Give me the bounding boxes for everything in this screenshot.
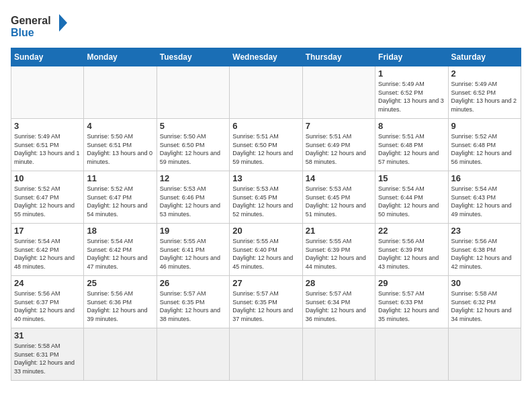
day-number: 18: [87, 226, 153, 236]
day-number: 29: [378, 278, 445, 288]
calendar-cell: 27Sunrise: 5:57 AM Sunset: 6:35 PM Dayli…: [230, 276, 302, 328]
calendar-cell: 20Sunrise: 5:55 AM Sunset: 6:40 PM Dayli…: [230, 224, 302, 276]
day-info: Sunrise: 5:52 AM Sunset: 6:47 PM Dayligh…: [14, 185, 81, 218]
day-info: Sunrise: 5:57 AM Sunset: 6:33 PM Dayligh…: [378, 289, 445, 323]
calendar-cell: 1Sunrise: 5:49 AM Sunset: 6:52 PM Daylig…: [375, 66, 448, 119]
calendar-cell: [230, 66, 302, 119]
day-number: 8: [378, 121, 445, 131]
calendar-cell: 28Sunrise: 5:57 AM Sunset: 6:34 PM Dayli…: [302, 276, 375, 328]
calendar-cell: [302, 66, 375, 119]
calendar-cell: [84, 328, 157, 381]
day-number: 26: [160, 278, 226, 288]
day-number: 12: [160, 173, 226, 183]
calendar-cell: [11, 66, 84, 119]
day-info: Sunrise: 5:56 AM Sunset: 6:38 PM Dayligh…: [451, 237, 518, 271]
day-number: 1: [378, 68, 445, 79]
calendar-cell: 8Sunrise: 5:51 AM Sunset: 6:48 PM Daylig…: [375, 119, 448, 171]
svg-text:General: General: [11, 15, 51, 26]
header-tuesday: Tuesday: [157, 48, 229, 66]
day-info: Sunrise: 5:53 AM Sunset: 6:45 PM Dayligh…: [306, 185, 372, 218]
day-number: 21: [306, 226, 372, 236]
calendar-cell: 5Sunrise: 5:50 AM Sunset: 6:50 PM Daylig…: [157, 119, 229, 171]
day-number: 19: [160, 226, 226, 236]
day-number: 30: [451, 278, 518, 288]
day-info: Sunrise: 5:54 AM Sunset: 6:43 PM Dayligh…: [451, 185, 518, 218]
day-info: Sunrise: 5:56 AM Sunset: 6:36 PM Dayligh…: [87, 289, 153, 323]
day-info: Sunrise: 5:57 AM Sunset: 6:34 PM Dayligh…: [306, 289, 372, 323]
day-info: Sunrise: 5:58 AM Sunset: 6:31 PM Dayligh…: [14, 342, 81, 375]
calendar-cell: 3Sunrise: 5:49 AM Sunset: 6:51 PM Daylig…: [11, 119, 84, 171]
day-number: 13: [232, 173, 299, 183]
day-number: 7: [306, 121, 372, 131]
day-number: 5: [160, 121, 226, 131]
day-number: 23: [451, 226, 518, 236]
day-info: Sunrise: 5:50 AM Sunset: 6:51 PM Dayligh…: [87, 132, 153, 166]
calendar-cell: [157, 66, 229, 119]
calendar-cell: [84, 66, 157, 119]
day-info: Sunrise: 5:56 AM Sunset: 6:39 PM Dayligh…: [378, 237, 445, 271]
day-info: Sunrise: 5:53 AM Sunset: 6:46 PM Dayligh…: [160, 185, 226, 218]
day-info: Sunrise: 5:49 AM Sunset: 6:51 PM Dayligh…: [14, 132, 81, 166]
day-number: 31: [14, 330, 81, 340]
day-info: Sunrise: 5:52 AM Sunset: 6:47 PM Dayligh…: [87, 185, 153, 218]
day-info: Sunrise: 5:49 AM Sunset: 6:52 PM Dayligh…: [451, 80, 518, 113]
calendar-cell: 6Sunrise: 5:51 AM Sunset: 6:50 PM Daylig…: [230, 119, 302, 171]
calendar-table: SundayMondayTuesdayWednesdayThursdayFrid…: [11, 48, 521, 381]
day-info: Sunrise: 5:55 AM Sunset: 6:40 PM Dayligh…: [232, 237, 299, 271]
calendar-cell: 13Sunrise: 5:53 AM Sunset: 6:45 PM Dayli…: [230, 171, 302, 224]
calendar-cell: 7Sunrise: 5:51 AM Sunset: 6:49 PM Daylig…: [302, 119, 375, 171]
header-friday: Friday: [375, 48, 448, 66]
calendar-cell: 10Sunrise: 5:52 AM Sunset: 6:47 PM Dayli…: [11, 171, 84, 224]
calendar-cell: 22Sunrise: 5:56 AM Sunset: 6:39 PM Dayli…: [375, 224, 448, 276]
calendar-cell: [302, 328, 375, 381]
day-number: 4: [87, 121, 153, 131]
generalblue-logo: GeneralBlue: [11, 11, 71, 41]
calendar-cell: [448, 328, 521, 381]
calendar-cell: 25Sunrise: 5:56 AM Sunset: 6:36 PM Dayli…: [84, 276, 157, 328]
day-number: 25: [87, 278, 153, 288]
day-info: Sunrise: 5:54 AM Sunset: 6:44 PM Dayligh…: [378, 185, 445, 218]
day-info: Sunrise: 5:49 AM Sunset: 6:52 PM Dayligh…: [378, 80, 445, 113]
day-number: 28: [306, 278, 372, 288]
day-info: Sunrise: 5:52 AM Sunset: 6:48 PM Dayligh…: [451, 132, 518, 166]
header-sunday: Sunday: [11, 48, 84, 66]
calendar-cell: 17Sunrise: 5:54 AM Sunset: 6:42 PM Dayli…: [11, 224, 84, 276]
header-thursday: Thursday: [302, 48, 375, 66]
page-header: GeneralBlue: [11, 11, 521, 41]
calendar-cell: 30Sunrise: 5:58 AM Sunset: 6:32 PM Dayli…: [448, 276, 521, 328]
day-info: Sunrise: 5:51 AM Sunset: 6:49 PM Dayligh…: [306, 132, 372, 166]
calendar-cell: 15Sunrise: 5:54 AM Sunset: 6:44 PM Dayli…: [375, 171, 448, 224]
day-info: Sunrise: 5:53 AM Sunset: 6:45 PM Dayligh…: [232, 185, 299, 218]
calendar-cell: 9Sunrise: 5:52 AM Sunset: 6:48 PM Daylig…: [448, 119, 521, 171]
calendar-cell: 4Sunrise: 5:50 AM Sunset: 6:51 PM Daylig…: [84, 119, 157, 171]
logo: GeneralBlue: [11, 11, 71, 41]
day-number: 24: [14, 278, 81, 288]
day-info: Sunrise: 5:54 AM Sunset: 6:42 PM Dayligh…: [87, 237, 153, 271]
day-number: 17: [14, 226, 81, 236]
calendar-cell: 23Sunrise: 5:56 AM Sunset: 6:38 PM Dayli…: [448, 224, 521, 276]
calendar-cell: 21Sunrise: 5:55 AM Sunset: 6:39 PM Dayli…: [302, 224, 375, 276]
day-number: 3: [14, 121, 81, 131]
header-monday: Monday: [84, 48, 157, 66]
calendar-cell: [375, 328, 448, 381]
day-info: Sunrise: 5:51 AM Sunset: 6:50 PM Dayligh…: [232, 132, 299, 166]
day-info: Sunrise: 5:55 AM Sunset: 6:39 PM Dayligh…: [306, 237, 372, 271]
day-number: 27: [232, 278, 299, 288]
calendar-cell: 18Sunrise: 5:54 AM Sunset: 6:42 PM Dayli…: [84, 224, 157, 276]
header-wednesday: Wednesday: [230, 48, 302, 66]
day-info: Sunrise: 5:57 AM Sunset: 6:35 PM Dayligh…: [160, 289, 226, 323]
day-number: 14: [306, 173, 372, 183]
day-number: 22: [378, 226, 445, 236]
calendar-cell: 12Sunrise: 5:53 AM Sunset: 6:46 PM Dayli…: [157, 171, 229, 224]
day-number: 9: [451, 121, 518, 131]
calendar-cell: [230, 328, 302, 381]
calendar-cell: [157, 328, 229, 381]
calendar-cell: 14Sunrise: 5:53 AM Sunset: 6:45 PM Dayli…: [302, 171, 375, 224]
calendar-cell: 31Sunrise: 5:58 AM Sunset: 6:31 PM Dayli…: [11, 328, 84, 381]
day-info: Sunrise: 5:56 AM Sunset: 6:37 PM Dayligh…: [14, 289, 81, 323]
svg-text:Blue: Blue: [11, 27, 34, 38]
day-info: Sunrise: 5:57 AM Sunset: 6:35 PM Dayligh…: [232, 289, 299, 323]
calendar-cell: 24Sunrise: 5:56 AM Sunset: 6:37 PM Dayli…: [11, 276, 84, 328]
calendar-cell: 19Sunrise: 5:55 AM Sunset: 6:41 PM Dayli…: [157, 224, 229, 276]
day-number: 15: [378, 173, 445, 183]
